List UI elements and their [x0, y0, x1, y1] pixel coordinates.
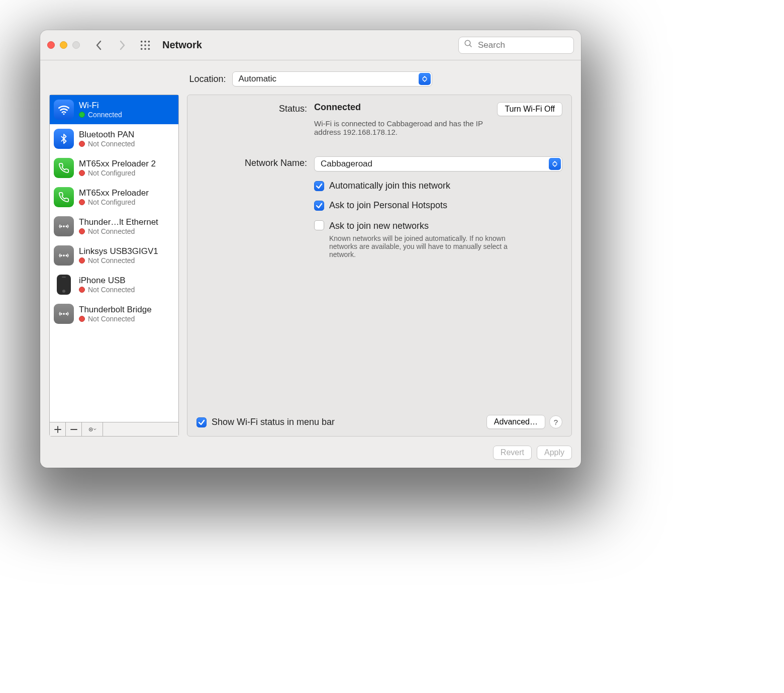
- toggle-wifi-button[interactable]: Turn Wi-Fi Off: [497, 102, 562, 116]
- svg-point-17: [66, 255, 67, 256]
- svg-point-7: [144, 48, 146, 50]
- remove-service-button[interactable]: [66, 422, 82, 436]
- select-stepper-icon: [419, 73, 431, 85]
- phone-icon: [54, 158, 74, 178]
- svg-point-12: [61, 226, 62, 227]
- network-preferences-window: Network Location: Automatic: [40, 30, 581, 468]
- wifi-icon: [54, 100, 74, 120]
- sidebar-item-status: Not Connected: [79, 286, 135, 294]
- autojoin-label: Automatically join this network: [329, 181, 450, 191]
- phone-icon: [54, 187, 74, 207]
- minimize-window-button[interactable]: [60, 41, 67, 49]
- sidebar-item-status: Connected: [79, 111, 122, 119]
- sidebar-item-thunderbolt-bridge[interactable]: Thunderbolt BridgeNot Connected: [50, 299, 178, 328]
- window-title: Network: [162, 39, 202, 51]
- sidebar-item-iphone-usb[interactable]: iPhone USBNot Connected: [50, 270, 178, 299]
- close-window-button[interactable]: [47, 41, 55, 49]
- sidebar-item-wi-fi[interactable]: Wi-FiConnected: [50, 95, 178, 124]
- svg-point-15: [61, 255, 62, 256]
- checkbox-icon: [197, 417, 207, 427]
- sidebar-item-thunder-lt-ethernet[interactable]: Thunder…lt EthernetNot Connected: [50, 212, 178, 241]
- sidebar-footer: [50, 422, 178, 436]
- network-name-label: Network Name:: [197, 156, 307, 171]
- svg-point-6: [141, 48, 143, 50]
- sidebar-item-name: Thunderbolt Bridge: [79, 305, 152, 315]
- revert-button[interactable]: Revert: [493, 446, 532, 460]
- eth-icon: [54, 216, 74, 236]
- eth-icon: [54, 304, 74, 324]
- location-select[interactable]: Automatic: [232, 71, 432, 86]
- autojoin-checkbox[interactable]: Automatically join this network: [314, 181, 562, 191]
- svg-point-5: [148, 44, 150, 46]
- detail-panel: Status: Connected Turn Wi-Fi Off Wi-Fi i…: [187, 95, 572, 437]
- svg-point-14: [66, 226, 67, 227]
- menubar-checkbox[interactable]: Show Wi-Fi status in menu bar: [197, 417, 335, 427]
- svg-point-18: [61, 313, 62, 314]
- sidebar-item-name: iPhone USB: [79, 276, 135, 286]
- service-actions-button[interactable]: [82, 422, 103, 436]
- status-dot-icon: [79, 112, 85, 118]
- sidebar-item-bluetooth-pan[interactable]: Bluetooth PANNot Connected: [50, 124, 178, 153]
- show-all-button[interactable]: [136, 36, 154, 54]
- checkbox-icon: [314, 181, 324, 191]
- sidebar-item-status: Not Connected: [79, 140, 135, 148]
- sidebar-item-status: Not Connected: [79, 227, 158, 235]
- bt-icon: [54, 129, 74, 149]
- eth-icon: [54, 245, 74, 266]
- forward-button[interactable]: [113, 36, 131, 54]
- svg-point-0: [141, 40, 143, 42]
- sidebar-item-name: Linksys USB3GIGV1: [79, 246, 158, 256]
- search-icon: [464, 39, 473, 51]
- svg-point-13: [63, 226, 64, 227]
- hotspots-label: Ask to join Personal Hotspots: [329, 200, 447, 211]
- network-name-value: Cabbageroad: [321, 159, 372, 169]
- status-dot-icon: [79, 170, 85, 176]
- sidebar-item-name: Thunder…lt Ethernet: [79, 217, 158, 227]
- location-value: Automatic: [239, 74, 277, 84]
- sidebar-item-name: MT65xx Preloader: [79, 188, 149, 198]
- search-field[interactable]: [458, 37, 574, 54]
- status-dot-icon: [79, 316, 85, 322]
- svg-line-10: [469, 45, 471, 47]
- network-name-select[interactable]: Cabbageroad: [314, 156, 562, 171]
- status-dot-icon: [79, 141, 85, 147]
- window-controls: [47, 41, 85, 49]
- sidebar-item-status: Not Connected: [79, 315, 152, 323]
- asknew-label: Ask to join new networks: [329, 221, 429, 231]
- svg-point-1: [144, 40, 146, 42]
- svg-point-19: [63, 313, 64, 314]
- sidebar-item-mt65xx-preloader[interactable]: MT65xx PreloaderNot Configured: [50, 183, 178, 212]
- network-services-list[interactable]: Wi-FiConnectedBluetooth PANNot Connected…: [50, 95, 178, 422]
- status-label: Status:: [197, 102, 307, 136]
- status-value: Connected: [314, 102, 361, 113]
- zoom-window-button[interactable]: [72, 41, 80, 49]
- search-input[interactable]: [477, 40, 568, 51]
- svg-point-20: [66, 313, 67, 314]
- sidebar-item-name: Bluetooth PAN: [79, 130, 135, 140]
- status-dot-icon: [79, 228, 85, 234]
- svg-point-8: [148, 48, 150, 50]
- titlebar: Network: [40, 30, 581, 60]
- window-footer: Revert Apply: [40, 446, 581, 468]
- back-button[interactable]: [90, 36, 108, 54]
- sidebar-item-linksys-usb3gigv1[interactable]: Linksys USB3GIGV1Not Connected: [50, 241, 178, 270]
- help-button[interactable]: ?: [549, 415, 562, 428]
- svg-point-16: [63, 255, 64, 256]
- select-stepper-icon: [549, 158, 561, 170]
- sidebar-item-mt65xx-preloader-2[interactable]: MT65xx Preloader 2Not Configured: [50, 153, 178, 183]
- asknew-checkbox[interactable]: Ask to join new networks Known networks …: [314, 220, 562, 258]
- status-detail: Wi-Fi is connected to Cabbageroad and ha…: [314, 119, 505, 136]
- asknew-help: Known networks will be joined automatica…: [329, 234, 515, 258]
- sidebar-item-name: MT65xx Preloader 2: [79, 159, 156, 169]
- advanced-button[interactable]: Advanced…: [486, 415, 545, 429]
- status-dot-icon: [79, 287, 85, 293]
- svg-point-2: [148, 40, 150, 42]
- add-service-button[interactable]: [50, 422, 66, 436]
- hotspots-checkbox[interactable]: Ask to join Personal Hotspots: [314, 200, 562, 211]
- status-dot-icon: [79, 199, 85, 205]
- sidebar-item-status: Not Configured: [79, 169, 156, 177]
- apply-button[interactable]: Apply: [537, 446, 572, 460]
- svg-point-11: [63, 113, 64, 115]
- svg-point-4: [144, 44, 146, 46]
- svg-point-3: [141, 44, 143, 46]
